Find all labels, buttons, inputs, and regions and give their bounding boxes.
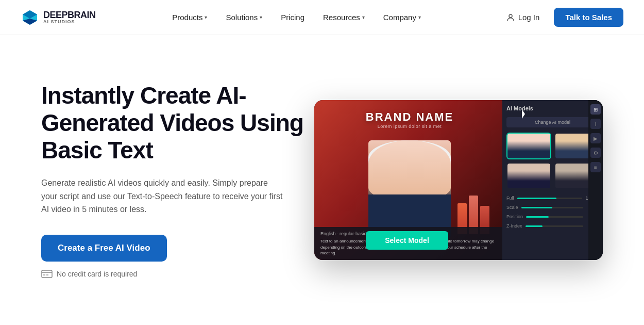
panel-tab-models[interactable]: ⊞ xyxy=(590,104,601,115)
logo-text: DEEPBRAIN AI STUDIOS xyxy=(43,10,96,24)
chevron-down-icon: ▾ xyxy=(418,14,421,20)
navbar: DEEPBRAIN AI STUDIOS Products ▾ Solution… xyxy=(0,0,644,35)
talk-to-sales-button[interactable]: Talk to Sales xyxy=(554,8,623,27)
nav-item-pricing[interactable]: Pricing xyxy=(273,9,313,26)
svg-rect-4 xyxy=(42,270,52,278)
panel-tab-text[interactable]: T xyxy=(590,119,601,129)
control-row-zindex: Z-Index 1 xyxy=(506,223,599,229)
demo-brand-name: BRAND NAME xyxy=(366,110,453,124)
nav-item-solutions[interactable]: Solutions ▾ xyxy=(217,9,270,26)
select-model-button[interactable]: Select Model xyxy=(366,231,448,250)
slider-zindex[interactable] xyxy=(526,225,583,227)
chevron-down-icon: ▾ xyxy=(260,14,262,20)
hero-title: Instantly Create AI-Generated Videos Usi… xyxy=(41,82,309,164)
chevron-down-icon: ▾ xyxy=(362,14,365,20)
logo-brand: DEEPBRAIN xyxy=(43,10,96,20)
model-thumb-3[interactable] xyxy=(506,163,551,189)
slider-full[interactable] xyxy=(517,198,583,199)
create-free-video-button[interactable]: Create a Free AI Video xyxy=(41,235,167,262)
no-credit-notice: No credit card is required xyxy=(41,270,309,278)
panel-tab-layers[interactable]: ≡ xyxy=(590,162,601,172)
demo-ai-panel: AI Models Change AI model Full xyxy=(502,100,603,260)
credit-card-icon xyxy=(41,270,53,278)
panel-tab-settings[interactable]: ⚙ xyxy=(590,148,601,158)
model-face-1 xyxy=(507,134,550,158)
nav-links: Products ▾ Solutions ▾ Pricing Resources… xyxy=(164,9,429,26)
control-row-scale: Scale 24 xyxy=(506,205,599,210)
hero-content: Instantly Create AI-Generated Videos Usi… xyxy=(41,82,309,278)
nav-actions: Log In Talk to Sales xyxy=(498,8,623,27)
svg-point-3 xyxy=(509,14,512,18)
hero-description: Generate realistic AI videos quickly and… xyxy=(41,176,283,216)
nav-item-products[interactable]: Products ▾ xyxy=(164,9,215,26)
panel-tabs: ⊞ T ▶ ⚙ ≡ xyxy=(588,100,603,260)
login-button[interactable]: Log In xyxy=(498,9,548,26)
panel-controls: Full 100 % Scale 24 Position xyxy=(506,196,599,229)
demo-avatar xyxy=(368,140,451,238)
chevron-down-icon: ▾ xyxy=(205,14,207,20)
avatar-face xyxy=(368,140,451,199)
models-grid xyxy=(506,133,599,189)
change-ai-model-button[interactable]: Change AI model xyxy=(506,117,599,127)
user-icon xyxy=(506,13,515,22)
demo-cursor xyxy=(522,109,528,119)
slider-scale[interactable] xyxy=(521,207,583,208)
hero-section: Instantly Create AI-Generated Videos Usi… xyxy=(0,35,644,325)
model-face-3 xyxy=(507,164,550,188)
control-row-full: Full 100 % xyxy=(506,196,599,201)
nav-item-company[interactable]: Company ▾ xyxy=(375,9,429,26)
demo-brand-subtitle: Lorem ipsum dolor sit a met xyxy=(366,124,453,129)
logo[interactable]: DEEPBRAIN AI STUDIOS xyxy=(21,8,96,27)
demo-brand: BRAND NAME Lorem ipsum dolor sit a met xyxy=(366,110,453,129)
nav-item-resources[interactable]: Resources ▾ xyxy=(315,9,373,26)
slider-position[interactable] xyxy=(526,216,583,218)
logo-subtitle: AI STUDIOS xyxy=(43,20,96,24)
panel-title: AI Models xyxy=(506,105,599,111)
no-credit-text: No credit card is required xyxy=(57,270,137,278)
control-row-position: Position 34 xyxy=(506,214,599,219)
logo-icon xyxy=(21,8,39,27)
model-thumb-1[interactable] xyxy=(506,133,551,159)
panel-tab-media[interactable]: ▶ xyxy=(590,133,601,143)
hero-demo-preview: BRAND NAME Lorem ipsum dolor sit a met xyxy=(314,100,603,260)
demo-main-area: BRAND NAME Lorem ipsum dolor sit a met xyxy=(314,100,505,260)
